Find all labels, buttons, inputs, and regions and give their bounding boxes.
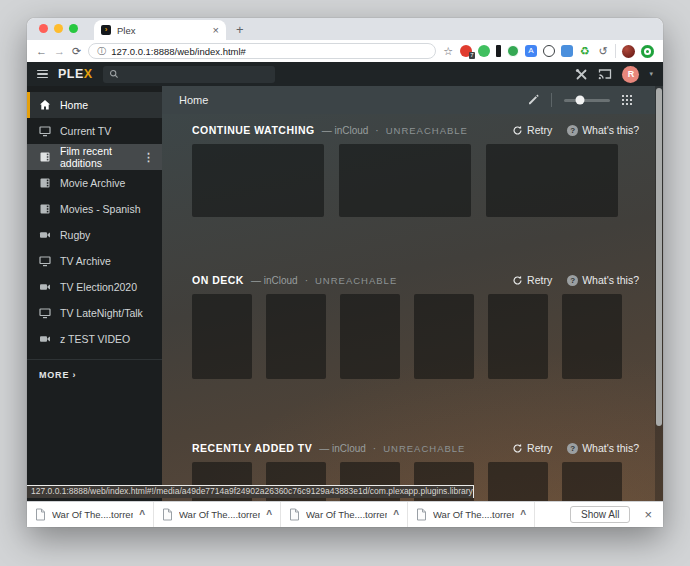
media-tile-placeholder[interactable] bbox=[488, 462, 548, 501]
sidebar-item-rugby[interactable]: Rugby bbox=[27, 222, 162, 248]
media-tile-placeholder[interactable] bbox=[266, 294, 326, 379]
download-chevron-up-icon[interactable]: ^ bbox=[139, 509, 145, 520]
media-tile-placeholder[interactable] bbox=[414, 294, 474, 379]
whats-this-button[interactable]: ? What's this? bbox=[567, 442, 639, 454]
media-tile-placeholder[interactable] bbox=[562, 294, 622, 379]
size-slider[interactable] bbox=[564, 99, 610, 102]
recycle-extension-icon[interactable]: ♻ bbox=[579, 45, 591, 57]
back-icon[interactable]: ← bbox=[36, 45, 47, 57]
download-chevron-up-icon[interactable]: ^ bbox=[520, 509, 526, 520]
section-continue-watching: CONTINUE WATCHING — inCloud · UNREACHABL… bbox=[162, 124, 663, 217]
media-tile-placeholder[interactable] bbox=[192, 294, 252, 379]
scrollbar-track[interactable] bbox=[655, 86, 663, 501]
whats-this-label: What's this? bbox=[582, 124, 639, 136]
search-input[interactable] bbox=[103, 66, 275, 83]
download-chevron-up-icon[interactable]: ^ bbox=[266, 509, 272, 520]
section-source: — inCloud bbox=[319, 443, 366, 454]
cast-icon[interactable] bbox=[598, 68, 612, 80]
header-divider bbox=[551, 93, 552, 107]
sidebar-item-movie-archive[interactable]: Movie Archive bbox=[27, 170, 162, 196]
bookmark-star-icon[interactable]: ☆ bbox=[443, 45, 453, 58]
retry-button[interactable]: Retry bbox=[512, 124, 552, 136]
whats-this-button[interactable]: ? What's this? bbox=[567, 274, 639, 286]
sidebar-item-label: z TEST VIDEO bbox=[60, 333, 130, 345]
sidebar-more-button[interactable]: MORE › bbox=[27, 360, 162, 390]
retry-button[interactable]: Retry bbox=[512, 442, 552, 454]
media-tile-placeholder[interactable] bbox=[340, 294, 400, 379]
reload-icon[interactable]: ⟳ bbox=[72, 45, 81, 57]
minimize-window-button[interactable] bbox=[54, 24, 63, 33]
pin-extension-icon[interactable] bbox=[507, 45, 519, 57]
camera-icon bbox=[39, 281, 51, 293]
show-all-button[interactable]: Show All bbox=[570, 506, 630, 523]
plex-favicon-icon: › bbox=[101, 25, 111, 35]
close-window-button[interactable] bbox=[39, 24, 48, 33]
sidebar-item-film-recent-additions[interactable]: Film recent additions ⋮ bbox=[27, 144, 162, 170]
downloads-close-icon[interactable]: × bbox=[644, 507, 652, 522]
media-tile-placeholder[interactable] bbox=[339, 144, 471, 217]
history-extension-icon[interactable]: ↺ bbox=[597, 45, 609, 57]
sidebar-item-tv-archive[interactable]: TV Archive bbox=[27, 248, 162, 274]
adblock-extension-icon[interactable]: 7 bbox=[460, 45, 472, 57]
media-tile-placeholder[interactable] bbox=[488, 294, 548, 379]
forward-icon[interactable]: → bbox=[54, 45, 65, 57]
download-filename: War Of The....torrent bbox=[433, 509, 514, 520]
browser-toolbar: ← → ⟳ ⓘ 127.0.0.1:8888/web/index.html# ☆… bbox=[27, 40, 663, 62]
window-controls bbox=[39, 24, 78, 33]
tile-row bbox=[192, 294, 639, 379]
scrollbar-thumb[interactable] bbox=[656, 88, 662, 426]
zoom-window-button[interactable] bbox=[69, 24, 78, 33]
media-tile-placeholder[interactable] bbox=[562, 462, 622, 501]
grid-view-icon[interactable] bbox=[622, 95, 632, 105]
help-icon: ? bbox=[567, 275, 578, 286]
screenshot-extension-icon[interactable] bbox=[561, 45, 573, 57]
account-caret-down-icon[interactable]: ▾ bbox=[649, 70, 653, 78]
overflow-menu-icon[interactable]: ⋮ bbox=[143, 151, 154, 164]
plex-logo[interactable]: PLEX bbox=[58, 67, 93, 81]
sidebar-item-label: TV Archive bbox=[60, 255, 111, 267]
tools-wrench-icon[interactable] bbox=[575, 68, 588, 81]
sidebar-item-tv-election2020[interactable]: TV Election2020 bbox=[27, 274, 162, 300]
download-item[interactable]: War Of The....torrent ^ bbox=[281, 502, 408, 527]
address-bar[interactable]: ⓘ 127.0.0.1:8888/web/index.html# bbox=[88, 43, 436, 59]
sidebar-item-current-tv[interactable]: Current TV bbox=[27, 118, 162, 144]
retry-icon bbox=[512, 125, 523, 136]
edit-pencil-icon[interactable] bbox=[527, 94, 539, 106]
retry-label: Retry bbox=[527, 442, 552, 454]
hamburger-menu-icon[interactable] bbox=[37, 70, 48, 79]
profile-avatar-icon[interactable] bbox=[622, 45, 635, 58]
slider-knob[interactable] bbox=[576, 96, 585, 105]
tv-icon bbox=[39, 125, 51, 137]
section-dot: · bbox=[375, 125, 378, 136]
content-header: Home bbox=[162, 86, 663, 114]
account-circle-icon[interactable] bbox=[641, 45, 654, 58]
file-icon bbox=[162, 508, 173, 521]
retry-button[interactable]: Retry bbox=[512, 274, 552, 286]
sidebar-item-label: Film recent additions bbox=[60, 145, 134, 169]
browser-tab-plex[interactable]: › Plex × bbox=[94, 20, 226, 40]
file-icon bbox=[289, 508, 300, 521]
download-item[interactable]: War Of The....torrent ^ bbox=[154, 502, 281, 527]
media-tile-placeholder[interactable] bbox=[486, 144, 618, 217]
whats-this-button[interactable]: ? What's this? bbox=[567, 124, 639, 136]
page-info-icon[interactable]: ⓘ bbox=[97, 47, 106, 56]
download-item[interactable]: War Of The....torrent ^ bbox=[27, 502, 154, 527]
download-chevron-up-icon[interactable]: ^ bbox=[393, 509, 399, 520]
translate-extension-icon[interactable]: A bbox=[525, 45, 537, 57]
sidebar-item-movies-spanish[interactable]: Movies - Spanish bbox=[27, 196, 162, 222]
media-tile-placeholder[interactable] bbox=[192, 144, 324, 217]
sidebar-item-z-test-video[interactable]: z TEST VIDEO bbox=[27, 326, 162, 352]
extensions-cluster: 7 A ♻ ↺ bbox=[460, 44, 654, 58]
evernote-extension-icon[interactable] bbox=[478, 45, 490, 57]
section-on-deck: ON DECK — inCloud · UNREACHABLE Retry bbox=[162, 274, 663, 379]
film-icon bbox=[39, 151, 51, 163]
user-avatar[interactable]: R bbox=[622, 66, 639, 83]
sidebar-item-home[interactable]: Home bbox=[27, 92, 162, 118]
sidebar-item-tv-latenight-talk[interactable]: TV LateNight/Talk bbox=[27, 300, 162, 326]
tab-close-icon[interactable]: × bbox=[213, 25, 219, 35]
download-item[interactable]: War Of The....torrent ^ bbox=[408, 502, 535, 527]
password-extension-icon[interactable] bbox=[496, 45, 501, 57]
url-text: 127.0.0.1:8888/web/index.html# bbox=[111, 46, 246, 57]
info-circle-extension-icon[interactable] bbox=[543, 45, 555, 57]
new-tab-button[interactable]: + bbox=[236, 23, 244, 36]
